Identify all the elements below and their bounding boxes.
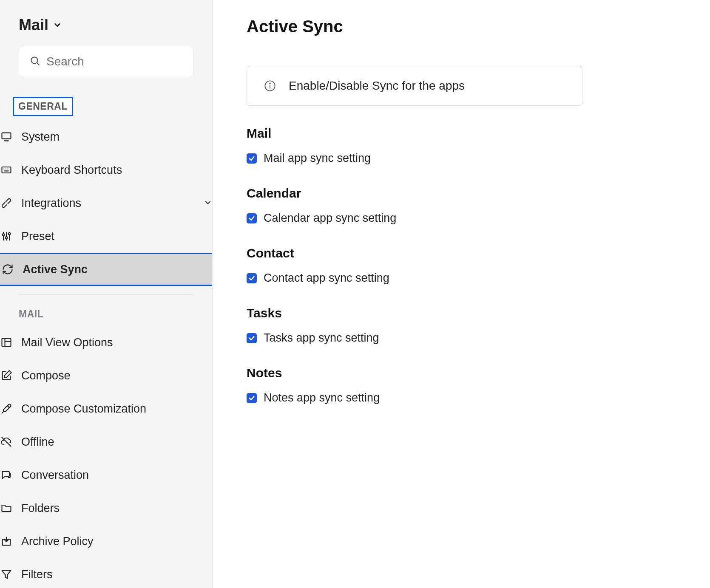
sync-section-tasks: Tasks Tasks app sync setting: [247, 306, 582, 345]
sidebar-item-conversation[interactable]: Conversation: [0, 458, 213, 492]
plug-icon: [0, 197, 13, 209]
monitor-icon: [0, 130, 13, 143]
sync-setting-label: Notes app sync setting: [264, 391, 380, 404]
sidebar-item-compose[interactable]: Compose: [0, 359, 213, 392]
sidebar-item-label: Compose Customization: [21, 402, 146, 416]
sidebar-item-label: Conversation: [21, 469, 89, 482]
sync-section-heading: Tasks: [247, 306, 582, 320]
section-divider: [19, 294, 193, 295]
svg-marker-20: [2, 571, 11, 579]
sliders-icon: [0, 230, 13, 243]
svg-point-10: [3, 234, 5, 236]
sidebar-item-archive-policy[interactable]: Archive Policy: [0, 525, 213, 558]
svg-line-19: [2, 438, 11, 447]
sidebar-item-system[interactable]: System: [0, 120, 213, 153]
sync-section-mail: Mail Mail app sync setting: [247, 126, 582, 165]
info-text: Enable/Disable Sync for the apps: [289, 79, 465, 93]
sidebar-item-folders[interactable]: Folders: [0, 492, 213, 525]
sidebar-item-active-sync[interactable]: Active Sync: [0, 253, 213, 286]
search-input[interactable]: [46, 55, 199, 68]
info-banner: Enable/Disable Sync for the apps: [247, 66, 582, 106]
keyboard-icon: [0, 164, 13, 176]
sidebar-item-label: Offline: [21, 435, 54, 449]
sync-section-heading: Notes: [247, 366, 582, 380]
sync-section-calendar: Calendar Calendar app sync setting: [247, 186, 582, 225]
sidebar-item-integrations[interactable]: Integrations: [0, 187, 213, 220]
page-title: Active Sync: [247, 17, 582, 36]
sync-setting-label: Mail app sync setting: [264, 152, 371, 165]
nav-general: System Keyboard Shortcuts Integrations: [0, 120, 213, 286]
sidebar-item-label: System: [21, 130, 60, 144]
svg-point-12: [6, 237, 8, 239]
info-icon: [264, 80, 276, 92]
checkbox-checked-icon[interactable]: [247, 213, 257, 223]
sync-section-heading: Calendar: [247, 186, 582, 201]
sidebar-item-keyboard-shortcuts[interactable]: Keyboard Shortcuts: [0, 153, 213, 187]
sync-setting-row[interactable]: Contact app sync setting: [247, 271, 582, 285]
chevron-down-icon: [53, 20, 62, 30]
checkbox-checked-icon[interactable]: [247, 393, 257, 403]
app-switcher[interactable]: Mail: [19, 16, 193, 34]
sync-setting-label: Contact app sync setting: [264, 271, 389, 285]
section-label-general: GENERAL: [13, 97, 73, 116]
svg-point-18: [8, 404, 11, 407]
sidebar-item-label: Mail View Options: [21, 336, 113, 349]
sidebar-item-label: Preset: [21, 230, 54, 243]
nav-mail: Mail View Options Compose Compose Custom…: [0, 326, 213, 588]
sidebar-item-label: Integrations: [21, 197, 81, 210]
main-content: Active Sync Enable/Disable Sync for the …: [213, 0, 710, 588]
sidebar-item-filters[interactable]: Filters: [0, 558, 213, 588]
sidebar-item-label: Folders: [21, 502, 60, 515]
edit-icon: [0, 369, 13, 382]
checkbox-checked-icon[interactable]: [247, 333, 257, 343]
sync-setting-row[interactable]: Tasks app sync setting: [247, 331, 582, 345]
sidebar-item-label: Active Sync: [23, 263, 88, 276]
sync-setting-row[interactable]: Notes app sync setting: [247, 391, 582, 404]
search-icon: [29, 55, 40, 68]
sidebar-item-preset[interactable]: Preset: [0, 220, 213, 253]
sync-section-contact: Contact Contact app sync setting: [247, 246, 582, 285]
sync-setting-label: Tasks app sync setting: [264, 331, 379, 345]
sync-section-heading: Mail: [247, 126, 582, 141]
checkbox-checked-icon[interactable]: [247, 153, 257, 164]
sidebar-item-offline[interactable]: Offline: [0, 425, 213, 458]
app-switcher-label: Mail: [19, 16, 48, 34]
svg-rect-2: [2, 133, 11, 139]
sync-icon: [1, 263, 14, 276]
cloud-off-icon: [0, 435, 13, 448]
tools-icon: [0, 402, 13, 415]
checkbox-checked-icon[interactable]: [247, 273, 257, 283]
svg-line-1: [37, 63, 39, 65]
layout-icon: [0, 336, 13, 349]
sync-setting-label: Calendar app sync setting: [264, 212, 396, 225]
sync-setting-row[interactable]: Mail app sync setting: [247, 152, 582, 165]
chat-icon: [0, 469, 13, 481]
folder-icon: [0, 502, 13, 514]
filter-icon: [0, 568, 13, 581]
section-label-mail: MAIL: [19, 307, 193, 322]
sidebar-item-label: Filters: [21, 568, 53, 581]
sidebar-item-label: Compose: [21, 369, 71, 382]
search-field[interactable]: [19, 46, 193, 77]
sync-setting-row[interactable]: Calendar app sync setting: [247, 212, 582, 225]
archive-icon: [0, 535, 13, 548]
sidebar-item-label: Archive Policy: [21, 535, 94, 548]
sidebar-item-mail-view-options[interactable]: Mail View Options: [0, 326, 213, 359]
svg-rect-4: [2, 167, 11, 173]
svg-rect-15: [2, 339, 11, 347]
settings-sidebar: Mail GENERAL System: [0, 0, 213, 588]
sidebar-item-label: Keyboard Shortcuts: [21, 164, 122, 177]
sidebar-item-compose-customization[interactable]: Compose Customization: [0, 392, 213, 425]
svg-point-23: [270, 83, 270, 84]
sync-section-heading: Contact: [247, 246, 582, 260]
sync-section-notes: Notes Notes app sync setting: [247, 366, 582, 404]
chevron-down-icon: [204, 197, 212, 210]
svg-point-14: [9, 233, 11, 235]
